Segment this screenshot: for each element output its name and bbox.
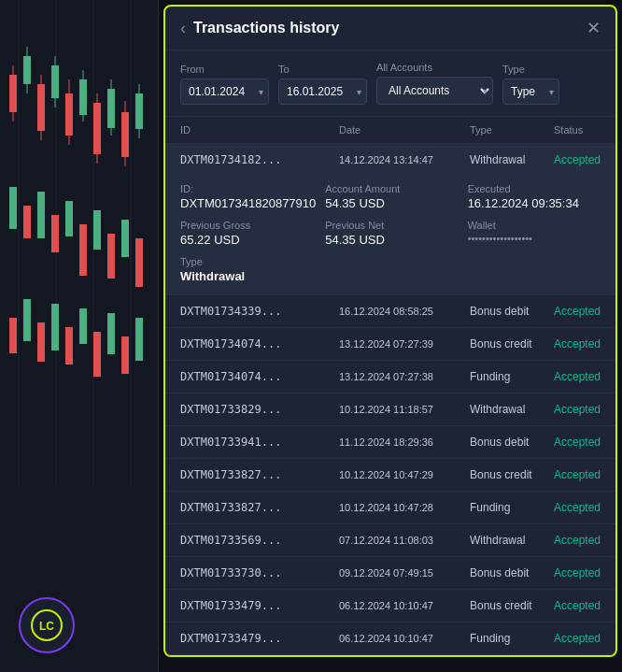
type-select[interactable]: Type xyxy=(502,79,559,105)
table-row[interactable]: DXTM01733730... 09.12.2024 07:49:15 Bonu… xyxy=(165,557,615,590)
detail-id-value: DXTM017341820877910 xyxy=(180,196,316,210)
accounts-filter-group: All Accounts All Accounts xyxy=(376,62,493,105)
detail-type-value: Withdrawal xyxy=(180,269,316,283)
row-status: Accepted xyxy=(554,403,615,416)
th-id: ID xyxy=(180,124,339,136)
table-row[interactable]: DXTM01733479... 06.12.2024 10:10:47 Fund… xyxy=(165,622,615,655)
row-id: DXTM01733730... xyxy=(180,566,339,579)
th-date: Date xyxy=(339,124,470,136)
table-row[interactable]: DXTM01733479... 06.12.2024 10:10:47 Bonu… xyxy=(165,590,615,622)
back-button[interactable]: ‹ xyxy=(180,20,186,36)
type-select-wrapper: Type xyxy=(502,79,559,105)
svg-rect-26 xyxy=(37,192,45,238)
from-select[interactable]: 01.01.2024 xyxy=(180,79,269,105)
th-status: Status xyxy=(554,124,617,136)
row-date: 06.12.2024 10:10:47 xyxy=(339,600,470,611)
table-row[interactable]: DXTM01734074... 13.12.2024 07:27:38 Fund… xyxy=(165,361,615,393)
expanded-id: DXTM01734182... xyxy=(180,153,339,166)
detail-executed-value: 16.12.2024 09:35:34 xyxy=(468,196,601,210)
transactions-modal: ‹ Transactions history ✕ From 01.01.2024… xyxy=(163,5,617,657)
modal-header: ‹ Transactions history ✕ xyxy=(165,7,615,50)
row-type: Bonus credit xyxy=(470,337,554,350)
from-label: From xyxy=(180,64,269,75)
type-label: Type xyxy=(502,64,559,75)
table-row[interactable]: DXTM01733569... 07.12.2024 11:08:03 With… xyxy=(165,524,615,557)
row-type: Funding xyxy=(470,632,554,645)
svg-rect-31 xyxy=(107,234,115,279)
from-select-wrapper: 01.01.2024 xyxy=(180,79,269,105)
expanded-row-main[interactable]: DXTM01734182... 14.12.2024 13:14:47 With… xyxy=(165,144,615,176)
row-type: Bonus debit xyxy=(470,436,554,449)
rows-container: DXTM01734339... 16.12.2024 08:58:25 Bonu… xyxy=(165,295,615,655)
detail-prev-gross-group: Previous Gross 65.22 USD xyxy=(180,220,316,247)
expanded-status: Accepted xyxy=(554,153,615,166)
close-button[interactable]: ✕ xyxy=(587,20,601,36)
row-id: DXTM01733479... xyxy=(180,632,339,645)
detail-executed-label: Executed xyxy=(468,183,601,194)
th-type: Type xyxy=(470,124,554,136)
expanded-row[interactable]: DXTM01734182... 14.12.2024 13:14:47 With… xyxy=(165,144,615,295)
svg-rect-37 xyxy=(51,304,59,350)
expanded-details: ID: DXTM017341820877910 Account Amount 5… xyxy=(165,176,615,294)
svg-rect-38 xyxy=(65,327,73,365)
detail-amount-label: Account Amount xyxy=(325,183,458,194)
detail-id-label: ID: xyxy=(180,183,316,194)
table-row[interactable]: DXTM01733829... 10.12.2024 11:18:57 With… xyxy=(165,393,615,426)
row-date: 10.12.2024 10:47:28 xyxy=(339,502,470,513)
row-type: Funding xyxy=(470,501,554,514)
svg-rect-33 xyxy=(135,238,143,287)
logo[interactable]: LC xyxy=(19,597,75,653)
row-id: DXTM01733941... xyxy=(180,436,339,449)
row-status: Accepted xyxy=(554,468,615,481)
accounts-select[interactable]: All Accounts xyxy=(376,77,493,105)
detail-type-label: Type xyxy=(180,256,316,267)
row-status: Accepted xyxy=(554,436,615,449)
detail-prev-net-value: 54.35 USD xyxy=(325,233,458,247)
table-body: DXTM01734182... 14.12.2024 13:14:47 With… xyxy=(165,144,615,655)
detail-wallet-value: •••••••••••••••••• xyxy=(468,233,601,244)
svg-rect-35 xyxy=(23,299,31,341)
svg-rect-30 xyxy=(93,210,101,250)
detail-prev-gross-value: 65.22 USD xyxy=(180,233,316,247)
table-row[interactable]: DXTM01734074... 13.12.2024 07:27:39 Bonu… xyxy=(165,328,615,361)
row-date: 10.12.2024 10:47:29 xyxy=(339,469,470,480)
accounts-select-wrapper: All Accounts xyxy=(376,77,493,105)
row-status: Accepted xyxy=(554,632,615,645)
chart-background xyxy=(0,0,159,672)
detail-id-group: ID: DXTM017341820877910 xyxy=(180,183,316,210)
row-type: Bonus debit xyxy=(470,566,554,579)
modal-title: Transactions history xyxy=(193,20,340,36)
table-row[interactable]: DXTM01733827... 10.12.2024 10:47:29 Bonu… xyxy=(165,459,615,492)
row-status: Accepted xyxy=(554,534,615,547)
svg-rect-24 xyxy=(9,187,17,229)
row-date: 16.12.2024 08:58:25 xyxy=(339,306,470,317)
row-type: Bonus credit xyxy=(470,468,554,481)
table-row[interactable]: DXTM01733941... 11.12.2024 18:29:36 Bonu… xyxy=(165,426,615,459)
svg-rect-32 xyxy=(121,220,129,257)
header-left: ‹ Transactions history xyxy=(180,20,340,36)
svg-rect-36 xyxy=(37,322,45,362)
detail-wallet-group: Wallet •••••••••••••••••• xyxy=(468,220,601,247)
filters-bar: From 01.01.2024 To 16.01.2025 All Accoun… xyxy=(165,50,615,117)
row-date: 09.12.2024 07:49:15 xyxy=(339,567,470,579)
row-id: DXTM01734074... xyxy=(180,370,339,383)
row-id: DXTM01733829... xyxy=(180,403,339,416)
row-date: 06.12.2024 10:10:47 xyxy=(339,633,470,644)
detail-prev-gross-label: Previous Gross xyxy=(180,220,316,231)
row-date: 13.12.2024 07:27:38 xyxy=(339,371,470,382)
detail-prev-net-group: Previous Net 54.35 USD xyxy=(325,220,458,247)
svg-rect-41 xyxy=(107,313,115,354)
table-row[interactable]: DXTM01734339... 16.12.2024 08:58:25 Bonu… xyxy=(165,295,615,328)
detail-amount-value: 54.35 USD xyxy=(325,196,458,210)
svg-rect-43 xyxy=(135,318,143,361)
expanded-date: 14.12.2024 13:14:47 xyxy=(339,154,470,165)
row-status: Accepted xyxy=(554,501,615,514)
to-select[interactable]: 16.01.2025 xyxy=(278,79,367,105)
row-status: Accepted xyxy=(554,337,615,350)
table-row[interactable]: DXTM01733827... 10.12.2024 10:47:28 Fund… xyxy=(165,492,615,524)
modal-overlay: ‹ Transactions history ✕ From 01.01.2024… xyxy=(159,0,622,672)
row-id: DXTM01733827... xyxy=(180,468,339,481)
row-id: DXTM01733479... xyxy=(180,599,339,612)
table-header: ID Date Type Status Amount xyxy=(165,117,615,144)
svg-text:LC: LC xyxy=(39,620,54,633)
